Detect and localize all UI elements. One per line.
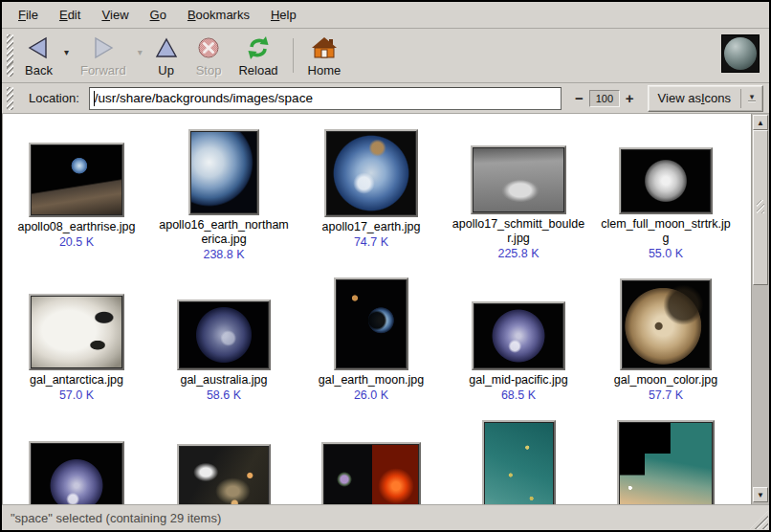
home-button[interactable]: Home [299, 31, 350, 80]
file-thumbnail[interactable] [177, 299, 271, 370]
file-name[interactable]: gal_earth_moon.jpg [319, 373, 425, 388]
file-thumbnail[interactable] [471, 145, 566, 214]
reload-button[interactable]: Reload [230, 31, 286, 80]
thumbnail-area [177, 277, 271, 370]
file-name[interactable]: gal_antarctica.jpg [30, 373, 123, 388]
file-item[interactable]: apollo17_schmitt_boulder.jpg225.8 K [445, 129, 592, 261]
location-input[interactable]: /usr/share/backgrounds/images/space [89, 87, 562, 110]
file-thumbnail[interactable] [188, 129, 259, 215]
thumbnail-area [29, 277, 124, 370]
file-item[interactable]: apollo08_earthrise.jpg20.5 K [3, 129, 150, 261]
menu-go[interactable]: Go [140, 2, 177, 28]
file-thumbnail[interactable] [472, 301, 565, 370]
zoom-in-button[interactable]: + [620, 90, 640, 106]
file-manager-window: FileEditViewGoBookmarksHelp Back ▾ Forwa… [0, 0, 771, 532]
file-item[interactable] [297, 420, 445, 504]
file-size: 55.0 K [649, 247, 683, 261]
chevron-down-icon: ▾ [138, 47, 143, 57]
icon-grid: apollo08_earthrise.jpg20.5 Kapollo16_ear… [3, 114, 751, 504]
location-bar: Location: /usr/share/backgrounds/images/… [2, 83, 769, 114]
icon-row [3, 403, 751, 504]
forward-icon [91, 33, 116, 62]
menu-view[interactable]: View [91, 2, 139, 28]
zoom-level-indicator: 100 [589, 90, 620, 107]
file-name[interactable]: apollo17_earth.jpg [322, 220, 421, 234]
file-item[interactable] [3, 420, 150, 504]
menu-bookmarks[interactable]: Bookmarks [177, 2, 260, 28]
forward-label: Forward [80, 63, 126, 78]
forward-history-dropdown[interactable]: ▾ [135, 34, 145, 69]
file-thumbnail[interactable] [29, 294, 124, 370]
back-button[interactable]: Back [16, 31, 61, 80]
file-thumbnail[interactable] [334, 277, 408, 370]
scroll-down-button[interactable]: ▼ [753, 487, 768, 502]
file-item[interactable]: gal_moon_color.jpg57.7 K [592, 277, 739, 403]
back-icon [26, 33, 51, 62]
menu-file[interactable]: File [8, 2, 49, 28]
file-item[interactable]: gal_mid-pacific.jpg68.5 K [445, 277, 592, 403]
chevron-down-icon: ▾ [741, 86, 762, 111]
stop-icon [196, 33, 221, 62]
file-size: 20.5 K [59, 235, 94, 250]
file-item[interactable]: clem_full_moon_strtrk.jpg55.0 K [592, 129, 739, 261]
view-as-dropdown[interactable]: View as Icons ▾ [648, 85, 763, 112]
file-item[interactable]: gal_antarctica.jpg57.0 K [3, 277, 150, 403]
thumbnail-area [177, 420, 271, 504]
vertical-scrollbar[interactable]: ▲ ▼ [751, 114, 769, 504]
thumbnail-area [620, 277, 712, 370]
reload-icon [245, 33, 272, 62]
file-name[interactable]: apollo08_earthrise.jpg [17, 220, 135, 234]
location-bar-drag-handle[interactable] [7, 87, 13, 110]
zoom-out-button[interactable]: − [569, 90, 589, 106]
status-bar: "space" selected (containing 29 items) [2, 504, 769, 530]
menu-help[interactable]: Help [260, 2, 307, 28]
file-item[interactable]: apollo17_earth.jpg74.7 K [297, 129, 445, 261]
thumbnail-area [188, 129, 259, 215]
file-item[interactable]: apollo16_earth_northamerica.jpg238.8 K [150, 129, 297, 261]
file-thumbnail[interactable] [29, 441, 124, 504]
file-thumbnail[interactable] [619, 147, 713, 214]
location-path: /usr/share/backgrounds/images/space [95, 91, 313, 105]
stop-label: Stop [196, 63, 222, 78]
file-item[interactable] [445, 420, 592, 504]
back-history-dropdown[interactable]: ▾ [61, 34, 72, 69]
throbber-globe-icon [724, 37, 757, 70]
file-thumbnail[interactable] [617, 420, 715, 504]
chevron-down-icon: ▾ [64, 47, 69, 57]
file-name[interactable]: gal_mid-pacific.jpg [469, 373, 568, 388]
up-button[interactable]: Up [145, 31, 187, 80]
file-item[interactable]: gal_earth_moon.jpg26.0 K [297, 277, 445, 403]
up-label: Up [158, 63, 174, 78]
arrow-down-icon: ▼ [757, 491, 764, 499]
file-size: 225.8 K [497, 247, 539, 261]
file-size: 57.7 K [649, 388, 683, 403]
file-thumbnail[interactable] [620, 278, 712, 370]
file-name[interactable]: gal_australia.jpg [180, 373, 267, 388]
file-name[interactable]: clem_full_moon_strtrk.jpg [598, 217, 734, 246]
file-size: 238.8 K [203, 248, 244, 262]
file-thumbnail[interactable] [29, 143, 124, 217]
file-item[interactable] [150, 420, 297, 504]
stop-button[interactable]: Stop [187, 31, 231, 80]
scrollbar-thumb[interactable] [753, 130, 768, 285]
file-size: 68.5 K [501, 388, 536, 403]
menu-edit[interactable]: Edit [49, 2, 91, 28]
file-name[interactable]: gal_moon_color.jpg [614, 373, 717, 388]
scroll-up-button[interactable]: ▲ [753, 115, 768, 130]
file-thumbnail[interactable] [482, 420, 556, 504]
up-icon [154, 33, 179, 62]
file-thumbnail[interactable] [177, 444, 271, 504]
reload-label: Reload [238, 63, 277, 78]
file-thumbnail[interactable] [324, 129, 418, 217]
forward-button[interactable]: Forward [72, 31, 135, 80]
thumbnail-area [324, 129, 418, 217]
toolbar-drag-handle[interactable] [7, 34, 13, 77]
file-name[interactable]: apollo16_earth_northamerica.jpg [156, 218, 292, 247]
thumbnail-area [471, 129, 566, 214]
file-size: 74.7 K [354, 235, 388, 250]
file-item[interactable]: gal_australia.jpg58.6 K [150, 277, 297, 403]
resize-grip[interactable] [750, 511, 768, 529]
file-item[interactable] [592, 420, 739, 504]
file-thumbnail[interactable] [321, 442, 421, 504]
file-name[interactable]: apollo17_schmitt_boulder.jpg [451, 217, 586, 246]
